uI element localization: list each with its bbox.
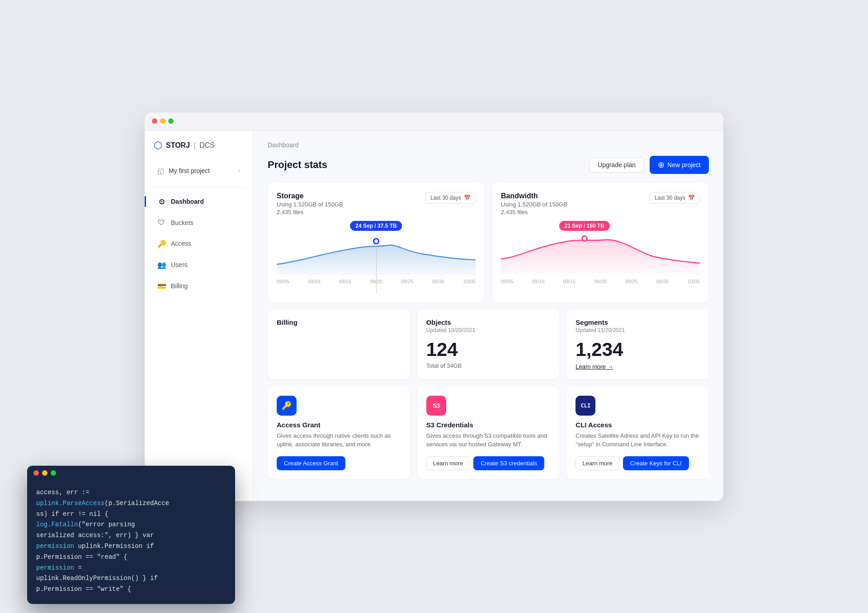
storage-chart-card: Storage Using 1,520GB of 150GB 2,435 fil… <box>268 183 485 302</box>
sidebar-item-access[interactable]: 🔑 Access <box>148 234 249 253</box>
code-line-4: log.Fatalln("error parsing <box>36 519 226 530</box>
new-project-button[interactable]: ⊕ New project <box>650 156 709 174</box>
segments-learn-more[interactable]: Learn more → <box>576 363 613 370</box>
new-project-label: New project <box>667 161 701 168</box>
bandwidth-date-label: Last 30 days <box>655 195 685 201</box>
code-line-10: p.Permission == "write" { <box>36 584 226 595</box>
create-access-grant-button[interactable]: Create Access Grant <box>277 456 345 470</box>
storage-x-label-6: 10/05 <box>463 279 476 284</box>
bandwidth-chart-header: Bandwidth Using 1,520GB of 150GB 2,435 f… <box>501 192 700 215</box>
logo-brand: STORJ | DCS <box>166 141 215 150</box>
bandwidth-x-label-6: 10/05 <box>687 279 700 284</box>
terminal-body: access, err := uplink.ParseAccess(p.Seri… <box>27 480 235 604</box>
sidebar-item-dashboard[interactable]: ⊙ Dashboard <box>148 192 249 211</box>
bandwidth-x-label-2: 09/15 <box>563 279 576 284</box>
segments-updated: Updated 11/20/2021 <box>576 327 700 333</box>
bandwidth-chart-title: Bandwidth <box>501 192 567 200</box>
sidebar-item-buckets[interactable]: 🛡 Buckets <box>148 213 249 232</box>
storage-x-label-0: 09/05 <box>277 279 289 284</box>
minimize-dot[interactable] <box>160 118 165 124</box>
sidebar: ⬡ STORJ | DCS ◱ My first project › ⊙ Das… <box>145 131 253 501</box>
bandwidth-x-label-1: 09/10 <box>532 279 545 284</box>
bandwidth-date-picker[interactable]: Last 30 days 📅 <box>650 192 700 204</box>
storage-x-label-5: 09/30 <box>432 279 445 284</box>
objects-card: Objects Updated 10/20/2021 124 Total of … <box>417 309 560 379</box>
page-title: Project stats <box>268 159 327 171</box>
segments-value: 1,234 <box>576 339 700 360</box>
terminal-titlebar <box>27 466 235 480</box>
dashboard-label: Dashboard <box>171 198 204 205</box>
bandwidth-x-label-4: 09/25 <box>625 279 638 284</box>
bandwidth-x-labels: 09/05 09/10 09/15 09/20 09/25 09/30 10/0… <box>501 279 700 284</box>
storage-chart-area: 24 Sep / 37.5 TB <box>277 221 476 293</box>
sidebar-item-billing[interactable]: 💳 Billing <box>148 276 249 296</box>
browser-bar <box>145 112 723 131</box>
logo-brand-text: STORJ <box>166 141 190 149</box>
billing-icon: 💳 <box>157 282 165 290</box>
terminal-close-dot[interactable] <box>33 470 39 476</box>
cli-actions: Learn more Create Keys for CLI <box>576 456 700 470</box>
close-dot[interactable] <box>152 118 157 124</box>
logo-dcs-text: DCS <box>199 141 215 149</box>
project-selector[interactable]: ◱ My first project › <box>148 162 249 180</box>
access-grant-desc: Gives access through native clients such… <box>277 431 401 449</box>
logo: ⬡ STORJ | DCS <box>145 140 253 162</box>
browser-window: ⬡ STORJ | DCS ◱ My first project › ⊙ Das… <box>145 112 723 501</box>
cli-icon: CLI <box>576 396 595 416</box>
s3-title: S3 Credentials <box>426 421 551 429</box>
terminal-overlay: access, err := uplink.ParseAccess(p.Seri… <box>27 466 235 604</box>
code-line-2: uplink.ParseAccess(p.SerializedAcce <box>36 498 226 509</box>
users-icon: 👥 <box>157 261 165 269</box>
storage-chart-subtitle1: Using 1,520GB of 150GB <box>277 201 343 208</box>
storage-date-label: Last 30 days <box>430 195 461 201</box>
storage-chart-header: Storage Using 1,520GB of 150GB 2,435 fil… <box>277 192 476 215</box>
cli-learn-more-button[interactable]: Learn more <box>576 456 619 470</box>
code-line-9: uplink.ReadOnlyPermission() } if <box>36 573 226 584</box>
access-icon: 🔑 <box>157 239 165 248</box>
charts-row: Storage Using 1,520GB of 150GB 2,435 fil… <box>268 183 709 302</box>
billing-label: Billing <box>171 282 188 290</box>
create-cli-keys-button[interactable]: Create Keys for CLI <box>623 456 689 470</box>
bandwidth-chart-dot <box>581 235 588 242</box>
code-line-8: permission = <box>36 563 226 574</box>
buckets-icon: 🛡 <box>157 219 165 227</box>
code-line-1: access, err := <box>36 487 226 498</box>
code-line-5: serialized access:", err) } var <box>36 530 226 541</box>
storage-x-label-1: 09/10 <box>308 279 321 284</box>
s3-desc: Gives access through S3 compatible tools… <box>426 431 551 449</box>
project-selector-left: ◱ My first project <box>157 167 210 175</box>
s3-icon: S3 <box>426 396 446 416</box>
sidebar-divider <box>152 187 245 187</box>
access-row: 🔑 Access Grant Gives access through nati… <box>268 387 709 479</box>
chevron-right-icon: › <box>238 168 240 174</box>
segments-card: Segments Updated 11/20/2021 1,234 Learn … <box>566 309 709 379</box>
bandwidth-x-label-3: 09/20 <box>594 279 607 284</box>
app-layout: ⬡ STORJ | DCS ◱ My first project › ⊙ Das… <box>145 131 723 501</box>
objects-value: 124 <box>426 339 551 360</box>
billing-card: Billing <box>268 309 410 379</box>
terminal-maximize-dot[interactable] <box>51 470 56 476</box>
access-grant-actions: Create Access Grant <box>277 456 401 470</box>
code-line-3: ss) if err != nil { <box>36 509 226 520</box>
project-icon: ◱ <box>157 167 164 175</box>
s3-learn-more-button[interactable]: Learn more <box>426 456 470 470</box>
main-content: Dashboard Project stats Upgrade plan ⊕ N… <box>253 131 723 501</box>
upgrade-plan-button[interactable]: Upgrade plan <box>589 157 644 173</box>
bandwidth-x-label-5: 09/30 <box>656 279 669 284</box>
header-actions: Upgrade plan ⊕ New project <box>589 156 709 174</box>
storage-chart-title: Storage <box>277 192 343 200</box>
sidebar-item-users[interactable]: 👥 Users <box>148 255 249 275</box>
bandwidth-chart-subtitle2: 2,435 files <box>501 209 567 215</box>
storage-x-label-2: 09/15 <box>339 279 351 284</box>
cli-access-card: CLI CLI Access Creates Satellite Adress … <box>566 387 709 479</box>
storage-date-picker[interactable]: Last 30 days 📅 <box>425 192 476 204</box>
stats-row: Billing Objects Updated 10/20/2021 124 T… <box>268 309 709 379</box>
s3-credentials-card: S3 S3 Credentials Gives access through S… <box>417 387 560 479</box>
maximize-dot[interactable] <box>168 118 174 124</box>
calendar-icon: 📅 <box>464 195 471 201</box>
storage-chart-info: Storage Using 1,520GB of 150GB 2,435 fil… <box>277 192 343 215</box>
terminal-minimize-dot[interactable] <box>42 470 47 476</box>
create-s3-credentials-button[interactable]: Create S3 credentials <box>473 456 544 470</box>
bandwidth-chart-subtitle1: Using 1,520GB of 150GB <box>501 201 567 208</box>
bandwidth-x-label-0: 09/05 <box>501 279 514 284</box>
